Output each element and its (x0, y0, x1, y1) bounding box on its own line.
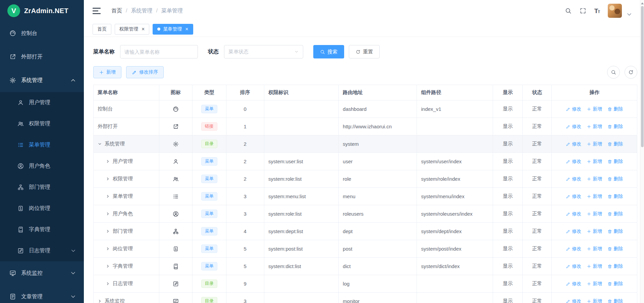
row-action-label: 删除 (613, 124, 623, 130)
row-action-add[interactable]: 新增 (587, 281, 602, 287)
row-action-delete[interactable]: 删除 (607, 176, 623, 182)
expand-row-icon[interactable] (98, 299, 102, 303)
menu-name-cell: 字典管理 (94, 258, 159, 275)
expand-row-icon[interactable] (106, 247, 110, 251)
row-action-delete[interactable]: 删除 (607, 159, 623, 165)
breadcrumb-item[interactable]: 菜单管理 (161, 7, 183, 14)
tab-item[interactable]: 首页 (93, 24, 111, 35)
breadcrumb-item[interactable]: 系统管理 (131, 7, 152, 14)
row-action-edit[interactable]: 修改 (566, 176, 581, 182)
scroll-up-icon[interactable] (641, 2, 644, 4)
row-action-edit[interactable]: 修改 (566, 228, 581, 234)
status-select-placeholder: 菜单状态 (228, 49, 249, 55)
row-action-edit[interactable]: 修改 (566, 298, 581, 303)
row-action-add[interactable]: 新增 (587, 246, 602, 252)
search-icon[interactable] (565, 7, 572, 14)
row-action-edit[interactable]: 修改 (566, 124, 581, 130)
breadcrumb-item[interactable]: 首页 (111, 7, 122, 14)
close-icon[interactable]: × (185, 27, 188, 32)
expand-row-icon[interactable] (106, 264, 110, 268)
row-action-add[interactable]: 新增 (587, 193, 602, 200)
expand-row-icon[interactable] (106, 159, 110, 164)
dashboard-icon (9, 30, 16, 37)
sidebar-item-dict-manage[interactable]: 字典管理 (0, 219, 84, 240)
perm-cell: system:role:list (264, 205, 338, 223)
sidebar-item-dashboard[interactable]: 控制台 (0, 21, 84, 45)
row-action-delete[interactable]: 删除 (607, 141, 623, 147)
expand-row-icon[interactable] (106, 212, 110, 216)
row-action-edit[interactable]: 修改 (566, 281, 581, 287)
table-toolbar: 新增 修改排序 (93, 66, 637, 79)
row-action-delete[interactable]: 删除 (607, 106, 623, 112)
row-action-edit[interactable]: 修改 (566, 246, 581, 252)
sidebar-item-log-manage[interactable]: 日志管理 (0, 240, 84, 261)
row-action-add[interactable]: 新增 (587, 298, 602, 303)
row-action-add[interactable]: 新增 (587, 228, 602, 234)
sidebar-item-system-monitor[interactable]: 系统监控 (0, 261, 84, 285)
sidebar-item-system-manage[interactable]: 系统管理 (0, 69, 84, 92)
sidebar-item-user-manage[interactable]: 用户管理 (0, 92, 84, 113)
sidebar-item-external-open[interactable]: 外部打开 (0, 45, 84, 69)
user-menu-caret-icon[interactable] (626, 11, 633, 18)
tab-item[interactable]: 权限管理× (115, 24, 149, 35)
row-action-label: 修改 (572, 281, 581, 287)
sidebar-item-role-manage[interactable]: 权限管理 (0, 113, 84, 134)
add-button[interactable]: 新增 (93, 66, 121, 78)
row-action-delete[interactable]: 删除 (607, 228, 623, 234)
row-action-add[interactable]: 新增 (587, 124, 602, 130)
avatar[interactable] (608, 4, 622, 18)
row-action-edit[interactable]: 修改 (566, 106, 581, 112)
status-select[interactable]: 菜单状态 (224, 45, 303, 58)
close-icon[interactable]: × (142, 27, 145, 32)
column-header: 菜单名称 (94, 85, 159, 100)
menu-type-cell: 目录 (193, 275, 226, 293)
row-action-edit[interactable]: 修改 (566, 211, 581, 217)
collapse-menu-icon[interactable] (93, 8, 101, 14)
trash-icon (607, 142, 612, 146)
row-action-delete[interactable]: 删除 (607, 298, 623, 303)
row-action-edit[interactable]: 修改 (566, 141, 581, 147)
row-action-delete[interactable]: 删除 (607, 211, 623, 217)
edit-icon (566, 177, 571, 181)
sidebar-item-menu-manage[interactable]: 菜单管理 (0, 134, 84, 156)
row-action-delete[interactable]: 删除 (607, 263, 623, 269)
row-action-add[interactable]: 新增 (587, 263, 602, 269)
row-action-edit[interactable]: 修改 (566, 263, 581, 269)
edit-sort-button[interactable]: 修改排序 (126, 66, 164, 78)
expand-row-icon[interactable] (106, 282, 110, 286)
search-button[interactable]: 搜索 (313, 45, 344, 58)
perm-cell (264, 135, 338, 153)
row-action-delete[interactable]: 删除 (607, 124, 623, 130)
edit-icon (566, 247, 571, 251)
row-action-edit[interactable]: 修改 (566, 159, 581, 165)
sidebar-item-label: 日志管理 (29, 247, 50, 254)
scrollbar-thumb[interactable] (641, 6, 644, 147)
row-action-add[interactable]: 新增 (587, 176, 602, 182)
visible-cell: 显示 (493, 188, 523, 205)
expand-row-icon[interactable] (106, 229, 110, 233)
tab-item[interactable]: 菜单管理× (153, 24, 193, 35)
font-size-icon[interactable]: TT (594, 8, 600, 14)
row-action-add[interactable]: 新增 (587, 141, 602, 147)
fullscreen-icon[interactable] (580, 7, 586, 14)
collapse-row-icon[interactable] (98, 142, 102, 146)
row-action-add[interactable]: 新增 (587, 211, 602, 217)
scrollbar[interactable] (640, 0, 644, 303)
refresh-table-button[interactable] (625, 66, 637, 79)
menu-name-input[interactable] (120, 45, 198, 58)
row-action-add[interactable]: 新增 (587, 106, 602, 112)
sidebar-item-user-role[interactable]: 用户角色 (0, 156, 84, 177)
row-action-edit[interactable]: 修改 (566, 193, 581, 200)
row-action-delete[interactable]: 删除 (607, 246, 623, 252)
expand-row-icon[interactable] (106, 194, 110, 199)
sidebar-item-dept-manage[interactable]: 部门管理 (0, 177, 84, 198)
show-search-button[interactable] (607, 66, 620, 79)
row-action-delete[interactable]: 删除 (607, 193, 623, 200)
menu-name: 日志管理 (113, 280, 133, 287)
reset-button[interactable]: 重置 (349, 45, 380, 58)
expand-row-icon[interactable] (106, 177, 110, 181)
sidebar-item-article-manage[interactable]: 文章管理 (0, 285, 84, 303)
row-action-delete[interactable]: 删除 (607, 281, 623, 287)
row-action-add[interactable]: 新增 (587, 159, 602, 165)
sidebar-item-post-manage[interactable]: 岗位管理 (0, 198, 84, 219)
